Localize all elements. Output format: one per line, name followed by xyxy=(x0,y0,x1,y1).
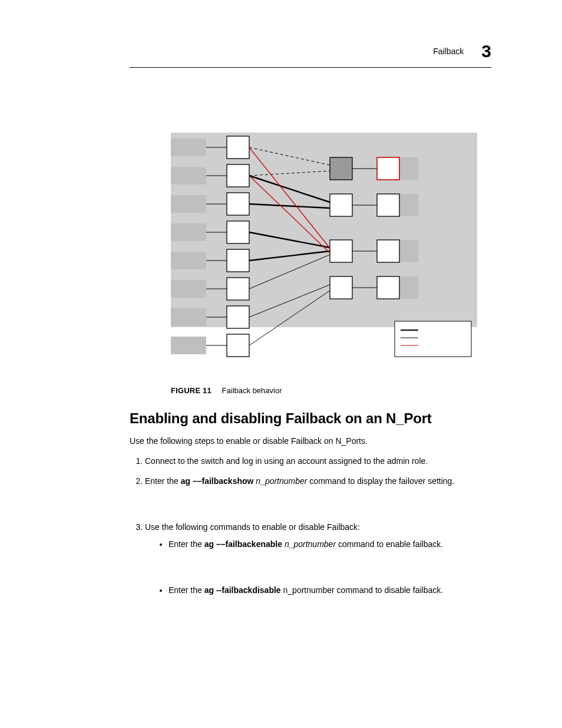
b1-text-a: Enter the xyxy=(168,539,204,549)
figure-label: FIGURE 11 xyxy=(171,386,211,395)
right-node-failed xyxy=(377,157,399,180)
step-2-text-a: Enter the xyxy=(145,476,181,486)
svg-rect-5 xyxy=(171,252,206,269)
step-3: Use the following commands to enable or … xyxy=(145,521,491,597)
step-2-text-b: command to display the failover setting. xyxy=(307,476,454,486)
svg-rect-7 xyxy=(171,308,206,326)
b2-text-a: Enter the xyxy=(168,585,204,595)
right-node xyxy=(377,240,399,262)
failback-diagram xyxy=(171,133,477,380)
legend-box xyxy=(395,321,471,357)
b2-cmd: ag --failbackdisable xyxy=(204,585,281,595)
left-node xyxy=(227,164,249,187)
mid-node xyxy=(330,240,352,262)
steps-list: Connect to the switch and log in using a… xyxy=(130,455,491,597)
right-node xyxy=(377,194,399,216)
page: Failback 3 xyxy=(0,0,562,666)
page-header: Failback 3 xyxy=(130,41,491,61)
svg-rect-1 xyxy=(171,139,206,156)
step-2-arg: n_portnumber xyxy=(253,476,307,486)
left-node xyxy=(227,221,249,243)
figure-caption-text: Failback behavior xyxy=(222,386,282,395)
left-node xyxy=(227,306,249,328)
svg-rect-6 xyxy=(171,280,206,298)
step-1: Connect to the switch and log in using a… xyxy=(145,455,491,468)
figure-11: FIGURE 11 Failback behavior xyxy=(171,133,491,395)
step-3-text: Use the following commands to enable or … xyxy=(145,522,360,532)
svg-rect-2 xyxy=(171,167,206,185)
mid-node-failed xyxy=(330,157,352,180)
header-rule xyxy=(130,67,491,68)
header-section-label: Failback xyxy=(433,47,464,56)
figure-caption: FIGURE 11 Failback behavior xyxy=(171,386,491,395)
intro-paragraph: Use the following steps to enable or dis… xyxy=(130,435,491,447)
step-3-sublist: Enter the ag ––failbackenable n_portnumb… xyxy=(145,538,491,597)
chapter-number: 3 xyxy=(481,41,491,61)
step-2: Enter the ag ––failbackshow n_portnumber… xyxy=(145,475,491,488)
left-node xyxy=(227,193,249,215)
b2-text-b: command to disable failback. xyxy=(335,585,443,595)
step-3-bullet-2: Enter the ag --failbackdisable n_portnum… xyxy=(168,584,491,597)
right-node xyxy=(377,276,399,299)
b1-arg: n_portnumber xyxy=(282,539,336,549)
b2-arg: n_portnumber xyxy=(281,585,335,595)
left-node xyxy=(227,334,249,357)
svg-rect-4 xyxy=(171,223,206,241)
section-heading: Enabling and disabling Failback on an N_… xyxy=(130,410,491,427)
left-node xyxy=(227,278,249,300)
mid-node xyxy=(330,194,352,216)
svg-rect-8 xyxy=(171,337,206,354)
b1-text-b: command to enable failback. xyxy=(336,539,443,549)
b1-cmd: ag ––failbackenable xyxy=(204,539,282,549)
step-3-bullet-1: Enter the ag ––failbackenable n_portnumb… xyxy=(168,538,491,551)
left-node xyxy=(227,136,249,159)
mid-node xyxy=(330,276,352,299)
step-2-cmd: ag ––failbackshow xyxy=(181,476,254,486)
svg-rect-3 xyxy=(171,195,206,213)
left-node xyxy=(227,249,249,272)
